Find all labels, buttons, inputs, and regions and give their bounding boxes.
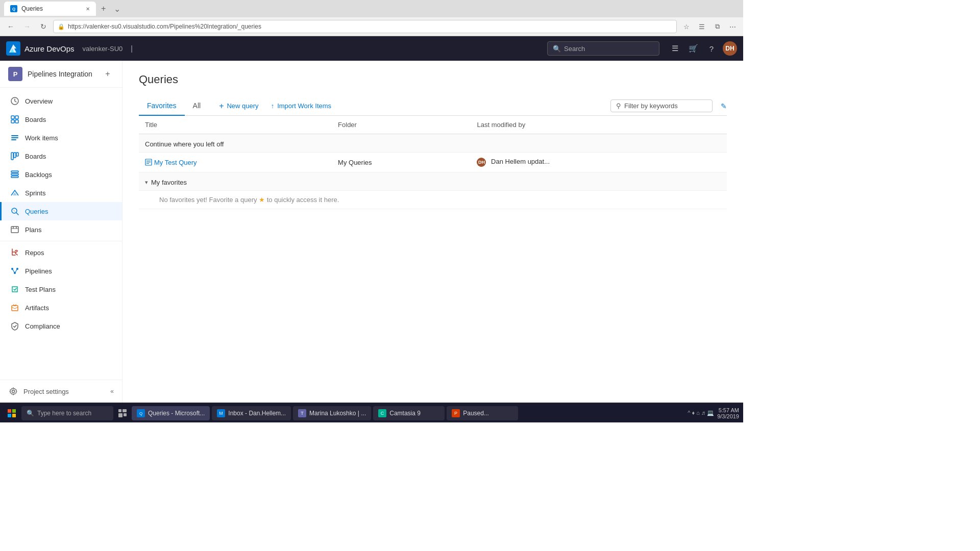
svg-rect-15: [16, 153, 18, 156]
project-name: Pipelines Integration: [28, 70, 96, 78]
address-bar[interactable]: 🔒 https://valenker-su0.visualstudio.com/…: [53, 20, 677, 33]
sidebar-item-repos[interactable]: Repos: [0, 243, 122, 262]
search-icon: 🔍: [553, 45, 561, 53]
svg-rect-22: [11, 227, 18, 233]
sidebar-item-pipelines[interactable]: Pipelines: [0, 262, 122, 280]
taskbar-app-camtasia[interactable]: C Camtasia 9: [373, 406, 445, 420]
no-favorites-cell: No favorites yet! Favorite a query ★ to …: [139, 191, 727, 209]
artifacts-icon: [10, 303, 20, 313]
browser-tab-queries[interactable]: Q Queries ✕: [4, 2, 96, 16]
sidebar-item-overview[interactable]: Overview: [0, 92, 122, 110]
global-search[interactable]: 🔍 Search: [547, 41, 659, 56]
queries-icon: [10, 206, 20, 216]
sidebar-label-queries: Queries: [25, 208, 48, 215]
notifications-icon[interactable]: ☰: [668, 41, 682, 56]
collapse-arrow-icon: ▾: [145, 179, 148, 186]
svg-rect-14: [14, 153, 16, 158]
new-tab-button[interactable]: +: [98, 4, 109, 13]
tabs: Favorites All + New query ↑ Import Work …: [139, 96, 610, 115]
svg-rect-42: [122, 409, 127, 412]
org-name[interactable]: valenker-SU0: [83, 45, 123, 53]
taskbar-app-camtasia-label: Camtasia 9: [389, 410, 421, 417]
sidebar-label-plans: Plans: [25, 226, 42, 234]
sidebar-item-test-plans[interactable]: Test Plans: [0, 280, 122, 298]
taskbar-app-paused[interactable]: P Paused...: [447, 406, 518, 420]
my-favorites-section-header[interactable]: ▾ My favorites: [145, 179, 721, 186]
browser-ext-icon[interactable]: ⧉: [710, 20, 724, 33]
help-icon[interactable]: ?: [704, 41, 719, 56]
taskbar-clock[interactable]: 5:57 AM 9/3/2019: [717, 407, 739, 419]
import-icon: ↑: [271, 102, 275, 110]
app: Azure DevOps valenker-SU0 | 🔍 Search ☰ 🛒…: [0, 36, 743, 422]
import-label: Import Work Items: [277, 102, 331, 110]
sidebar-item-backlogs[interactable]: Backlogs: [0, 165, 122, 184]
taskbar-app-teams[interactable]: T Marina Lukoshko | ...: [293, 406, 371, 420]
content-area: Queries Favorites All + New query ↑ Impo…: [122, 61, 743, 403]
forward-button[interactable]: →: [20, 20, 34, 33]
browser-hub-icon[interactable]: ☰: [695, 20, 708, 33]
taskbar-teams-icon: T: [298, 409, 306, 417]
import-work-items-button[interactable]: ↑ Import Work Items: [269, 97, 333, 115]
taskbar-app-queries[interactable]: Q Queries - Microsoft...: [132, 406, 210, 420]
windows-start-button[interactable]: [4, 406, 19, 421]
boards-section-icon: [10, 114, 20, 124]
plus-icon: +: [219, 102, 224, 111]
edit-query-icon[interactable]: ✎: [721, 102, 727, 110]
browser-bookmark-icon[interactable]: ☆: [680, 20, 693, 33]
taskbar-app-inbox-label: Inbox - Dan.Hellem...: [228, 410, 286, 417]
page-title: Queries: [139, 73, 727, 86]
tab-favorites[interactable]: Favorites: [139, 96, 185, 116]
new-query-button[interactable]: + New query: [217, 97, 260, 115]
filter-input[interactable]: ⚲ Filter by keywords: [610, 99, 713, 112]
taskbar-app-teams-label: Marina Lukoshko | ...: [309, 410, 366, 417]
taskbar-queries-icon: Q: [137, 409, 145, 417]
sidebar-item-compliance[interactable]: Compliance: [0, 317, 122, 335]
sidebar-item-queries[interactable]: Queries: [0, 202, 122, 220]
sidebar-label-repos: Repos: [25, 249, 44, 257]
plans-icon: [10, 224, 20, 235]
browser-more-icon[interactable]: ⋯: [726, 20, 739, 33]
sidebar-add-button[interactable]: +: [102, 68, 114, 80]
svg-rect-38: [12, 409, 16, 413]
sidebar-label-artifacts: Artifacts: [25, 304, 49, 312]
svg-rect-17: [11, 173, 18, 175]
taskbar-tray: ^ ♦ ⌂ ♬ 💻 5:57 AM 9/3/2019: [688, 407, 739, 419]
sidebar-item-plans[interactable]: Plans: [0, 220, 122, 239]
sidebar-item-boards-section[interactable]: Boards: [0, 110, 122, 129]
svg-rect-41: [118, 409, 121, 412]
no-favorites-row: No favorites yet! Favorite a query ★ to …: [139, 191, 727, 209]
svg-rect-39: [8, 414, 11, 417]
svg-rect-10: [11, 135, 18, 136]
sidebar-label-sprints: Sprints: [25, 189, 45, 197]
sidebar-item-boards[interactable]: Boards: [0, 147, 122, 165]
back-button[interactable]: ←: [4, 20, 17, 33]
tab-dropdown-button[interactable]: ⌄: [111, 4, 124, 14]
user-avatar[interactable]: DH: [723, 41, 737, 56]
app-logo[interactable]: Azure DevOps: [6, 41, 75, 56]
sidebar-footer[interactable]: Project settings «: [0, 380, 122, 403]
collapse-sidebar-button[interactable]: «: [110, 388, 114, 395]
work-items-icon: [10, 133, 20, 143]
query-icon: [145, 159, 152, 166]
query-link-my-test-query[interactable]: My Test Query: [145, 159, 326, 166]
sidebar-item-work-items[interactable]: Work items: [0, 129, 122, 147]
sidebar-item-sprints[interactable]: Sprints: [0, 184, 122, 202]
basket-icon[interactable]: 🛒: [686, 41, 700, 56]
taskbar-search-icon: 🔍: [27, 410, 34, 417]
no-favorites-text: No favorites yet! Favorite a query ★ to …: [145, 191, 353, 209]
taskbar-search[interactable]: 🔍 Type here to search: [21, 406, 113, 420]
refresh-button[interactable]: ↻: [37, 20, 50, 33]
task-view-button[interactable]: [115, 406, 130, 420]
section-favorites-header-row: ▾ My favorites: [139, 172, 727, 191]
sidebar-label-backlogs: Backlogs: [25, 171, 52, 179]
taskbar-app-inbox[interactable]: M Inbox - Dan.Hellem...: [212, 406, 291, 420]
star-icon: ★: [259, 196, 265, 204]
tab-all[interactable]: All: [185, 96, 209, 116]
tab-close-button[interactable]: ✕: [86, 6, 90, 12]
svg-text:P: P: [454, 411, 457, 416]
sidebar-item-artifacts[interactable]: Artifacts: [0, 298, 122, 317]
svg-line-29: [12, 269, 15, 273]
svg-rect-16: [11, 171, 18, 172]
settings-icon: [8, 386, 18, 396]
new-query-label: New query: [227, 102, 258, 110]
